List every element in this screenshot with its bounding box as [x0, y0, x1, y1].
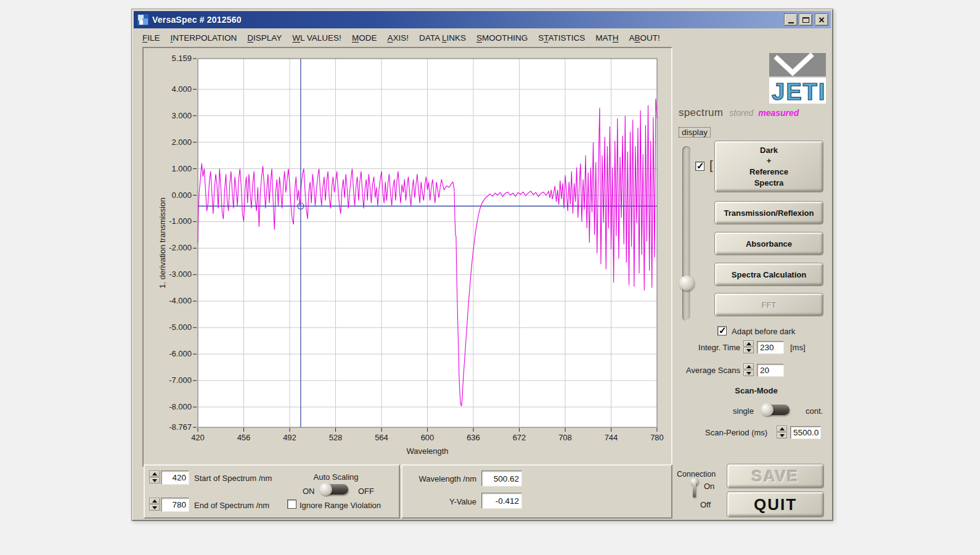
end-spectrum-field[interactable]: 780 [161, 498, 189, 512]
average-scans-label: Average Scans [672, 366, 740, 375]
menu-item-interpolation[interactable]: INTERPOLATION [171, 33, 237, 43]
integr-time-field[interactable]: 230 [757, 341, 784, 354]
connection-label: Connection [677, 470, 716, 479]
x-tick-label: 780 [640, 433, 674, 442]
minimize-button[interactable] [784, 14, 798, 26]
average-scans-stepper[interactable] [743, 363, 754, 376]
arrow-up-icon[interactable] [149, 498, 160, 504]
spectrum-range-panel: 420 Start of Spectrum /nm Auto Scaling O… [144, 464, 400, 519]
transmission-reflexion-button[interactable]: Transmission/Reflexion [714, 201, 823, 224]
ignore-range-violation-label: Ignore Range Violation [300, 501, 381, 510]
y-tick-label: -4.000 [149, 296, 192, 305]
y-tick-label: 5.159 [149, 54, 192, 63]
dark-line: Dark [760, 145, 778, 156]
auto-scaling-toggle[interactable] [321, 484, 348, 495]
jeti-logo: JETI [764, 53, 826, 104]
menu-item-file[interactable]: FILE [142, 33, 160, 43]
spectrum-chart[interactable] [198, 59, 657, 427]
y-tick-label: -6.000 [149, 349, 192, 358]
arrow-up-icon[interactable] [149, 471, 160, 477]
scan-period-stepper[interactable] [777, 426, 787, 438]
arrow-up-icon[interactable] [777, 426, 787, 432]
arrow-up-icon[interactable] [743, 363, 754, 369]
maximize-icon [802, 17, 809, 23]
app-icon [137, 14, 149, 25]
stored-label: stored [729, 108, 753, 118]
fft-button[interactable]: FFT [714, 293, 823, 316]
arrow-down-icon[interactable] [777, 432, 787, 438]
arrow-down-icon[interactable] [743, 370, 754, 376]
menu-item-axis[interactable]: AXIS! [387, 33, 409, 43]
average-scans-field[interactable]: 20 [757, 364, 784, 377]
svg-text:JETI: JETI [772, 79, 826, 105]
menu-item-display[interactable]: DISPLAY [247, 33, 282, 43]
connection-off-label: Off [700, 500, 711, 509]
y-tick-label: -1.000 [149, 216, 192, 226]
menu-item-statistics[interactable]: STATISTICS [538, 33, 585, 43]
chart-panel: 1. derivation transmission Wavelength 5.… [142, 47, 672, 467]
menu-bar: FILEINTERPOLATIONDISPLAYWL VALUES!MODEAX… [134, 28, 831, 47]
x-tick-label: 672 [502, 433, 537, 442]
menu-item-wl-values[interactable]: WL VALUES! [292, 33, 341, 43]
display-slider-thumb[interactable] [679, 276, 694, 290]
scan-mode-single-label: single [733, 406, 754, 416]
close-icon: ✕ [819, 16, 825, 24]
adapt-before-dark-checkbox[interactable] [717, 326, 727, 335]
integr-time-stepper[interactable] [743, 340, 754, 353]
plus-line: + [767, 155, 772, 166]
display-slider-track[interactable] [682, 146, 691, 321]
x-tick-label: 636 [456, 433, 491, 442]
absorbance-button[interactable]: Absorbance [714, 232, 823, 255]
spectrum-header: spectrumstoredmeasured [679, 107, 799, 119]
arrow-up-icon[interactable] [743, 340, 754, 347]
y-tick-label: -5.000 [149, 323, 192, 332]
start-spectrum-label: Start of Spectrum /nm [194, 474, 272, 483]
save-button[interactable]: SAVE [727, 464, 824, 488]
x-tick-label: 600 [410, 433, 445, 442]
maximize-button[interactable] [799, 14, 812, 26]
scan-mode-toggle[interactable] [762, 405, 790, 415]
y-tick-label: 1.000 [149, 164, 192, 173]
start-spectrum-field[interactable]: 420 [161, 471, 189, 485]
y-tick-label: -8.767 [149, 422, 192, 432]
spectra-calculation-button[interactable]: Spectra Calculation [714, 263, 823, 286]
spectrum-label: spectrum [679, 107, 723, 118]
minimize-icon [788, 22, 794, 23]
spectra-line: Spectra [754, 178, 784, 189]
arrow-down-icon[interactable] [149, 504, 160, 511]
reference-line: Reference [749, 166, 788, 178]
plot-area[interactable] [198, 59, 657, 427]
spectra-visible-checkbox[interactable] [695, 162, 704, 171]
y-tick-label: 4.000 [149, 84, 192, 94]
menu-item-data-links[interactable]: DATA LINKS [419, 33, 466, 43]
cursor-y-label: Y-Value [409, 497, 476, 506]
display-label[interactable]: display [679, 127, 711, 138]
connection-toggle[interactable] [690, 478, 699, 500]
scan-period-field[interactable]: 5500.0 [790, 426, 821, 439]
x-tick-label: 564 [364, 433, 399, 442]
cursor-readout-panel: Wavelength /nm 500.62 Y-Value -0.412 [401, 464, 672, 519]
auto-scaling-label: Auto Scaling [293, 472, 379, 482]
menu-item-math[interactable]: MATH [595, 33, 618, 43]
arrow-down-icon[interactable] [149, 477, 160, 483]
menu-item-smoothing[interactable]: SMOOTHING [476, 33, 528, 43]
auto-scaling-off-label: OFF [358, 487, 374, 496]
end-spectrum-label: End of Spectrum /nm [194, 501, 269, 510]
display-control[interactable]: display [679, 126, 711, 138]
menu-item-about[interactable]: ABOUT! [629, 33, 660, 43]
y-tick-label: 2.000 [149, 138, 192, 147]
cursor-wavelength-value: 500.62 [481, 471, 522, 487]
connection-on-label: On [704, 482, 714, 491]
start-spectrum-stepper[interactable] [149, 471, 160, 483]
arrow-down-icon[interactable] [743, 347, 754, 353]
y-tick-label: -2.000 [149, 243, 192, 252]
title-bar[interactable]: VersaSpec # 2012560 ✕ [134, 11, 831, 28]
ignore-range-violation-checkbox[interactable] [287, 500, 296, 509]
close-button[interactable]: ✕ [815, 14, 828, 26]
end-spectrum-stepper[interactable] [149, 498, 160, 511]
menu-item-mode[interactable]: MODE [352, 33, 377, 43]
dark-reference-spectra-button[interactable]: Dark + Reference Spectra [714, 141, 823, 192]
scan-mode-label: Scan-Mode [725, 386, 787, 395]
quit-button[interactable]: QUIT [727, 491, 824, 517]
x-tick-label: 420 [181, 433, 215, 442]
